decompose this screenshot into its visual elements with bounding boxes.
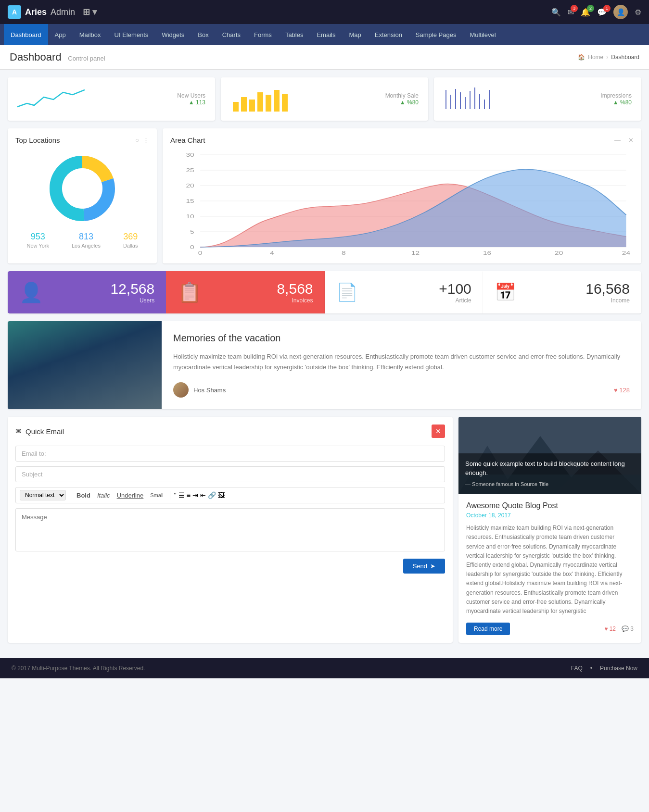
nav-box[interactable]: Box bbox=[191, 24, 215, 45]
refresh-icon[interactable]: ○ bbox=[135, 137, 139, 144]
blockquote-button[interactable]: " bbox=[174, 491, 177, 499]
nav-sample-pages[interactable]: Sample Pages bbox=[409, 24, 463, 45]
mail-icon[interactable]: ✉ 3 bbox=[568, 8, 574, 17]
svg-text:24: 24 bbox=[622, 250, 630, 256]
send-icon: ➤ bbox=[430, 562, 435, 570]
link-button[interactable]: 🔗 bbox=[208, 491, 216, 499]
toolbar-sep-2 bbox=[170, 491, 170, 500]
metric-article: 📄 +100 Article bbox=[325, 271, 483, 313]
svg-rect-4 bbox=[266, 95, 271, 112]
la-value: 813 bbox=[72, 232, 101, 242]
chat-badge: 1 bbox=[603, 5, 611, 12]
svg-rect-6 bbox=[282, 94, 288, 112]
nav-forms[interactable]: Forms bbox=[247, 24, 279, 45]
blog-stats: ♥ 12 💬 3 bbox=[604, 625, 634, 632]
menu-icon[interactable]: ⋮ bbox=[143, 137, 149, 144]
svg-text:8: 8 bbox=[342, 250, 346, 256]
underline-button[interactable]: Underline bbox=[115, 491, 146, 500]
invoices-metric-icon: 📋 bbox=[178, 281, 202, 304]
send-label: Send bbox=[413, 562, 427, 570]
brand-logo: A AriesAdmin ⊞ ▾ bbox=[8, 5, 551, 19]
nav-charts[interactable]: Charts bbox=[216, 24, 247, 45]
impressions-label: Impressions bbox=[600, 92, 632, 99]
image-button[interactable]: 🖼 bbox=[218, 491, 225, 499]
nav-widgets[interactable]: Widgets bbox=[155, 24, 191, 45]
nav-app[interactable]: App bbox=[48, 24, 73, 45]
chat-icon[interactable]: 💬 1 bbox=[597, 8, 607, 17]
outdent-button[interactable]: ⇤ bbox=[200, 491, 206, 499]
nav-mailbox[interactable]: Mailbox bbox=[73, 24, 108, 45]
svg-text:15: 15 bbox=[186, 199, 194, 204]
bell-icon[interactable]: 🔔 2 bbox=[581, 8, 590, 17]
blog-actions-row: Read more ♥ 12 💬 3 bbox=[466, 623, 634, 635]
email-title: ✉ Quick Email bbox=[15, 427, 64, 436]
footer-purchase-link[interactable]: Purchase Now bbox=[600, 665, 637, 672]
article-likes: ♥ 128 bbox=[614, 387, 630, 394]
users-value: 113 bbox=[196, 99, 205, 106]
email-message-textarea[interactable] bbox=[15, 508, 445, 551]
read-more-button[interactable]: Read more bbox=[466, 623, 510, 635]
metric-income: 📅 16,568 Income bbox=[483, 271, 641, 313]
ul-button[interactable]: ☰ bbox=[178, 491, 185, 499]
article-metric-label: Article bbox=[439, 297, 471, 304]
invoices-metric-label: Invoices bbox=[277, 297, 313, 304]
area-chart-header: Area Chart — ✕ bbox=[170, 136, 634, 144]
brand-aries: Aries bbox=[25, 7, 47, 17]
sale-value: %80 bbox=[407, 99, 419, 106]
impressions-value: %80 bbox=[620, 99, 632, 106]
main-navbar: Dashboard App Mailbox UI Elements Widget… bbox=[0, 24, 649, 45]
blog-body: Awesome Quote Blog Post October 18, 2017… bbox=[458, 494, 641, 643]
brand-admin: Admin bbox=[51, 7, 75, 17]
nav-ui-elements[interactable]: UI Elements bbox=[108, 24, 155, 45]
email-to-input[interactable] bbox=[15, 446, 445, 462]
income-metric-label: Income bbox=[585, 297, 630, 304]
email-close-button[interactable]: ✕ bbox=[432, 425, 445, 438]
svg-rect-2 bbox=[249, 100, 255, 112]
svg-point-21 bbox=[62, 168, 102, 209]
svg-text:12: 12 bbox=[411, 250, 420, 256]
sale-chart bbox=[230, 85, 378, 113]
nav-extension[interactable]: Extension bbox=[368, 24, 409, 45]
metric-invoices: 📋 8,568 Invoices bbox=[166, 271, 324, 313]
minimize-icon[interactable]: — bbox=[614, 137, 621, 144]
user-avatar[interactable]: 👤 bbox=[613, 5, 628, 19]
breadcrumb-home[interactable]: Home bbox=[588, 54, 603, 61]
small-button[interactable]: Small bbox=[148, 491, 166, 499]
users-change: ▲ 113 bbox=[177, 99, 205, 106]
apps-grid-icon[interactable]: ⊞ ▾ bbox=[83, 7, 97, 17]
nav-emails[interactable]: Emails bbox=[310, 24, 342, 45]
nav-tables[interactable]: Tables bbox=[279, 24, 310, 45]
nav-dashboard[interactable]: Dashboard bbox=[4, 24, 48, 45]
footer-sep: • bbox=[590, 665, 592, 672]
article-card: Memories of the vacation Holisticly maxi… bbox=[8, 321, 641, 409]
bold-button[interactable]: Bold bbox=[74, 491, 93, 500]
article-text: Holisticly maximize team building ROI vi… bbox=[173, 351, 630, 373]
svg-text:20: 20 bbox=[555, 250, 563, 256]
impressions-stat-info: Impressions ▲ %80 bbox=[600, 92, 632, 106]
main-content: New Users ▲ 113 Monthly Sale ▲ %80 bbox=[0, 70, 649, 658]
close-icon[interactable]: ✕ bbox=[628, 137, 634, 144]
impressions-chart bbox=[444, 85, 593, 113]
settings-icon[interactable]: ⚙ bbox=[635, 8, 641, 17]
ol-button[interactable]: ≡ bbox=[187, 491, 191, 499]
email-subject-input[interactable] bbox=[15, 466, 445, 482]
loc-stat-la: 813 Los Angeles bbox=[72, 232, 101, 249]
article-title: Memories of the vacation bbox=[173, 333, 630, 344]
email-card: ✉ Quick Email ✕ Normal text Bold Italic … bbox=[8, 417, 453, 643]
send-button[interactable]: Send ➤ bbox=[403, 559, 445, 574]
footer-faq-link[interactable]: FAQ bbox=[571, 665, 583, 672]
area-chart-card: Area Chart — ✕ bbox=[163, 128, 641, 263]
nav-map[interactable]: Map bbox=[342, 24, 368, 45]
italic-button[interactable]: Italic bbox=[95, 491, 113, 500]
breadcrumb-current: Dashboard bbox=[611, 54, 639, 61]
stat-card-users: New Users ▲ 113 bbox=[8, 77, 215, 121]
nav-multilevel[interactable]: Multilevel bbox=[463, 24, 502, 45]
footer-links: FAQ • Purchase Now bbox=[571, 665, 637, 672]
page-header: Dashboard Control panel 🏠 Home › Dashboa… bbox=[0, 45, 649, 70]
search-icon[interactable]: 🔍 bbox=[551, 8, 561, 17]
income-metric-info: 16,568 Income bbox=[585, 281, 630, 304]
ny-label: New York bbox=[27, 243, 49, 249]
indent-button[interactable]: ⇥ bbox=[192, 491, 198, 499]
footer: © 2017 Multi-Purpose Themes. All Rights … bbox=[0, 658, 649, 678]
format-select[interactable]: Normal text bbox=[20, 490, 66, 500]
